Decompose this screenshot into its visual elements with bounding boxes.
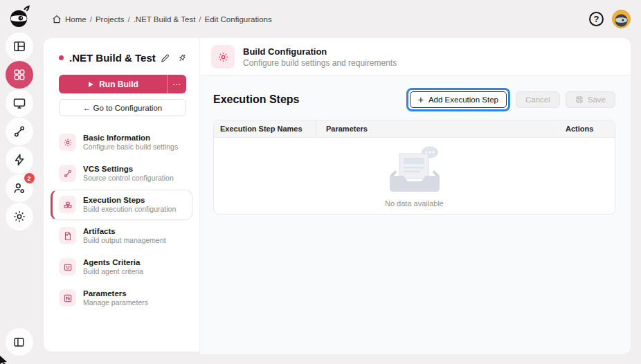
goto-configuration-label: ← Go to Configuration bbox=[83, 104, 162, 112]
project-status-dot bbox=[59, 55, 64, 60]
sidebar-item-artifacts[interactable]: Artifacts Build output management bbox=[51, 221, 192, 251]
user-avatar[interactable] bbox=[612, 10, 631, 28]
user-gear-icon bbox=[12, 181, 26, 195]
grid-icon bbox=[12, 68, 26, 82]
sidebar-item-desc: Source control configuration bbox=[83, 174, 174, 183]
ellipsis-icon: ⋯ bbox=[172, 80, 181, 89]
save-label: Save bbox=[588, 95, 606, 104]
topbar: Home / Projects / .NET Build & Test / Ed… bbox=[38, 0, 641, 38]
project-panel: .NET Build & Test Run Buil bbox=[44, 38, 199, 352]
section-title: Execution Steps bbox=[213, 93, 299, 106]
empty-state: No data available bbox=[214, 138, 615, 214]
rail-item-vcs[interactable] bbox=[6, 118, 33, 145]
sidebar-item-label: Basic Information bbox=[83, 133, 178, 143]
save-icon bbox=[575, 95, 584, 104]
pencil-icon bbox=[161, 53, 170, 63]
sidebar-item-label: Artifacts bbox=[83, 226, 166, 236]
inbox-illustration bbox=[380, 144, 449, 195]
app-logo[interactable] bbox=[5, 3, 34, 32]
sidebar-item-desc: Build execution configuration bbox=[83, 205, 176, 215]
sliders-icon bbox=[59, 289, 76, 307]
file-icon bbox=[59, 227, 76, 244]
sidebar-item-label: Parameters bbox=[83, 289, 148, 298]
sidebar-item-desc: Build output management bbox=[83, 236, 166, 246]
goto-configuration-button[interactable]: ← Go to Configuration bbox=[59, 99, 186, 116]
sidebar-item-parameters[interactable]: Parameters Manage parameters bbox=[51, 283, 192, 313]
breadcrumb-separator: / bbox=[90, 15, 92, 24]
save-button[interactable]: Save bbox=[566, 91, 615, 108]
add-execution-step-button[interactable]: + Add Execution Step bbox=[410, 91, 507, 108]
plus-icon: + bbox=[418, 95, 424, 104]
sidebar-item-desc: Configure basic build settings bbox=[83, 143, 178, 152]
run-build-button[interactable]: Run Build ⋯ bbox=[59, 75, 186, 93]
column-step-names: Execution Step Names bbox=[214, 120, 316, 137]
rail-item-projects[interactable] bbox=[6, 61, 33, 89]
rail-item-agents[interactable] bbox=[6, 89, 33, 117]
sidebar-item-vcs-settings[interactable]: VCS Settings Source control configuratio… bbox=[51, 158, 192, 189]
ninja-logo-icon bbox=[7, 5, 32, 30]
table-header: Execution Step Names Parameters Actions bbox=[214, 120, 615, 138]
ninja-avatar-icon bbox=[613, 13, 629, 28]
page-title: Build Configuration bbox=[243, 46, 397, 57]
monitor-icon bbox=[12, 96, 26, 110]
project-header: .NET Build & Test bbox=[44, 38, 199, 64]
breadcrumb: Home / Projects / .NET Build & Test / Ed… bbox=[52, 15, 272, 24]
gear-icon bbox=[59, 134, 76, 151]
rail-item-dashboard[interactable] bbox=[6, 33, 33, 60]
pin-icon bbox=[177, 53, 187, 63]
home-icon bbox=[52, 15, 62, 24]
pin-project-button[interactable] bbox=[177, 53, 187, 63]
sidebar-item-execution-steps[interactable]: Execution Steps Build execution configur… bbox=[51, 190, 192, 220]
column-parameters: Parameters bbox=[316, 120, 561, 137]
breadcrumb-home[interactable]: Home bbox=[65, 15, 87, 24]
page-subtitle: Configure build settings and requirement… bbox=[243, 58, 397, 68]
rail-item-runs[interactable] bbox=[6, 146, 33, 174]
breadcrumb-separator: / bbox=[199, 15, 201, 24]
nav-rail: 2 bbox=[0, 0, 38, 364]
steps-table: Execution Step Names Parameters Actions bbox=[213, 120, 615, 215]
breadcrumb-current-page: Edit Configurations bbox=[205, 15, 272, 24]
question-mark-icon: ? bbox=[594, 14, 599, 24]
sidebar-item-desc: Manage parameters bbox=[83, 298, 148, 308]
sidebar-item-label: Agents Criteria bbox=[83, 257, 143, 267]
focus-highlight: + Add Execution Step bbox=[406, 88, 510, 111]
gear-icon bbox=[211, 45, 235, 69]
breadcrumb-separator: / bbox=[127, 15, 129, 24]
gear-icon bbox=[12, 210, 26, 224]
play-icon bbox=[87, 81, 94, 88]
notifications-badge: 2 bbox=[24, 173, 35, 183]
breadcrumb-projects[interactable]: Projects bbox=[96, 15, 125, 24]
main-panel: Build Configuration Configure build sett… bbox=[200, 38, 631, 354]
sidebar-item-label: Execution Steps bbox=[83, 195, 176, 205]
lightning-icon bbox=[12, 153, 26, 167]
cancel-button[interactable]: Cancel bbox=[516, 91, 560, 108]
rail-item-settings[interactable] bbox=[6, 203, 33, 230]
git-branch-icon bbox=[12, 125, 26, 138]
collapse-sidebar-button[interactable] bbox=[6, 328, 33, 356]
no-data-text: No data available bbox=[385, 199, 444, 208]
bot-face-icon bbox=[59, 258, 76, 275]
git-branch-icon bbox=[59, 165, 76, 182]
project-title: .NET Build & Test bbox=[69, 52, 161, 64]
sidebar-menu: Basic Information Configure basic build … bbox=[44, 127, 199, 313]
run-build-more-button[interactable]: ⋯ bbox=[167, 75, 186, 93]
help-button[interactable]: ? bbox=[589, 12, 604, 26]
page-header: Build Configuration Configure build sett… bbox=[200, 38, 631, 76]
sidebar-item-desc: Build agent criteria bbox=[83, 267, 143, 277]
blocks-icon bbox=[59, 196, 76, 213]
run-build-label: Run Build bbox=[99, 80, 138, 89]
column-actions: Actions bbox=[561, 120, 615, 137]
sidebar-item-agents-criteria[interactable]: Agents Criteria Build agent criteria bbox=[51, 252, 192, 282]
sidebar-item-label: VCS Settings bbox=[83, 164, 174, 174]
add-execution-step-label: Add Execution Step bbox=[428, 95, 498, 104]
panel-left-icon bbox=[12, 336, 26, 349]
edit-project-button[interactable] bbox=[161, 53, 170, 63]
breadcrumb-project-name[interactable]: .NET Build & Test bbox=[134, 15, 196, 24]
mouse-cursor bbox=[0, 356, 7, 364]
rail-item-users[interactable]: 2 bbox=[6, 174, 33, 202]
cancel-label: Cancel bbox=[525, 95, 550, 104]
layout-icon bbox=[12, 39, 26, 53]
sidebar-item-basic-information[interactable]: Basic Information Configure basic build … bbox=[51, 127, 192, 158]
